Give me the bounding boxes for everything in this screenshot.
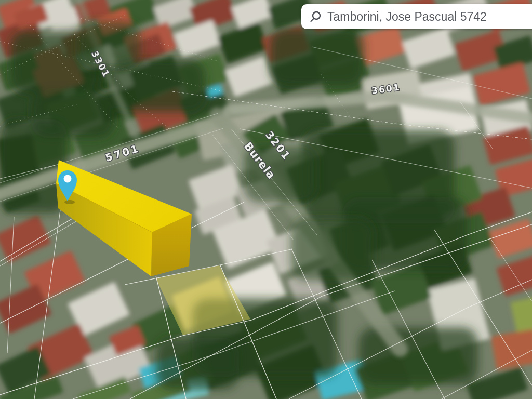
tree-mass (270, 29, 364, 86)
tree-mass (78, 21, 140, 68)
tree-mass (31, 91, 114, 138)
search-bar (301, 4, 532, 29)
tree-mass (291, 218, 374, 281)
search-icon (309, 10, 322, 23)
map-canvas[interactable]: 330157013201Burela3601 (0, 0, 532, 399)
tree-mass (112, 60, 205, 112)
tree-mass (358, 327, 478, 384)
map-application: 330157013201Burela3601 (0, 0, 532, 399)
search-input[interactable] (327, 10, 532, 24)
pin-inner-dot (64, 175, 72, 183)
tree-mass (156, 338, 239, 390)
pin-shadow (64, 200, 75, 204)
